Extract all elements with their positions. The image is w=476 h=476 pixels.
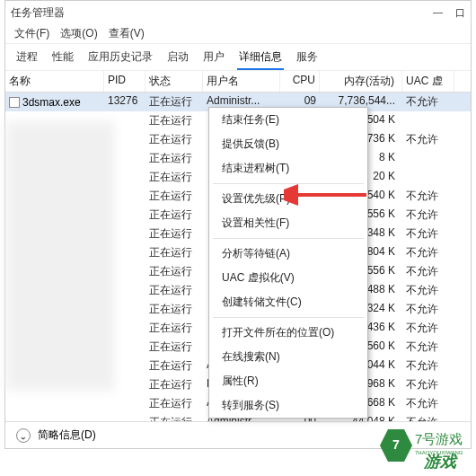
tab-details[interactable]: 详细信息: [237, 48, 284, 70]
ctx-search-online[interactable]: 在线搜索(N): [209, 345, 367, 369]
cell-status: 正在运行: [145, 206, 203, 225]
tabs: 进程 性能 应用历史记录 启动 用户 详细信息 服务: [5, 44, 471, 71]
cell-name: 3dsmax.exe: [5, 93, 104, 111]
cell-uac: 不允许: [402, 338, 454, 357]
titlebar: 任务管理器 — 口: [5, 1, 471, 24]
cell-mem: 728 K: [320, 451, 402, 452]
ctx-properties[interactable]: 属性(R): [209, 369, 367, 393]
cell-status: 正在运行: [145, 451, 203, 452]
col-memory[interactable]: 内存(活动): [320, 71, 402, 92]
cell-pid: [104, 451, 145, 452]
ctx-feedback[interactable]: 提供反馈(B): [209, 132, 367, 156]
svg-text:游戏: 游戏: [423, 453, 458, 469]
window-controls: — 口: [433, 6, 465, 20]
menu-options[interactable]: 选项(O): [60, 26, 97, 41]
ctx-create-dump[interactable]: 创建转储文件(C): [209, 290, 367, 314]
cell-uac: 不允许: [402, 130, 454, 149]
cell-name: [5, 394, 104, 413]
cell-status: 正在运行: [145, 300, 203, 319]
col-pid[interactable]: PID: [104, 71, 145, 92]
cell-status: 正在运行: [145, 394, 203, 413]
cell-status: 正在运行: [145, 168, 203, 187]
cell-uac: 不允许: [402, 319, 454, 338]
cell-pid: 13276: [104, 93, 145, 111]
cell-uac: 不允许: [402, 375, 454, 394]
task-manager-window: 任务管理器 — 口 文件(F) 选项(O) 查看(V) 进程 性能 应用历史记录…: [4, 0, 472, 449]
col-name[interactable]: 名称: [5, 71, 104, 92]
cell-uac: 不允许: [402, 225, 454, 243]
bottom-bar: ⌃ 简略信息(D): [5, 421, 471, 448]
process-icon: [9, 97, 20, 108]
tab-processes[interactable]: 进程: [14, 48, 40, 70]
cell-uac: 不允许: [402, 281, 454, 300]
cell-status: 正在运行: [145, 130, 203, 149]
table-row[interactable]: 正在运行Administr...728 K不允许: [5, 451, 471, 452]
cell-status: 正在运行: [145, 187, 203, 206]
menu-view[interactable]: 查看(V): [109, 26, 145, 41]
cell-uac: [402, 111, 454, 130]
maximize-button[interactable]: 口: [455, 6, 465, 20]
menubar: 文件(F) 选项(O) 查看(V): [5, 24, 471, 44]
ctx-analyze-wait[interactable]: 分析等待链(A): [209, 242, 367, 266]
cell-status: 正在运行: [145, 93, 203, 111]
cell-status: 正在运行: [145, 281, 203, 300]
ctx-end-task[interactable]: 结束任务(E): [209, 108, 367, 132]
cell-status: 正在运行: [145, 243, 203, 262]
ctx-goto-services[interactable]: 转到服务(S): [209, 393, 367, 418]
cell-status: 正在运行: [145, 375, 203, 394]
ctx-affinity[interactable]: 设置相关性(F): [209, 211, 367, 235]
cell-uac: 不允许: [402, 93, 454, 111]
tab-performance[interactable]: 性能: [50, 48, 75, 70]
cell-uac: [402, 149, 454, 168]
cell-uac: 不允许: [402, 262, 454, 281]
menu-file[interactable]: 文件(F): [14, 26, 49, 41]
cell-name: [5, 451, 104, 452]
ctx-priority[interactable]: 设置优先级(P): [209, 187, 367, 211]
cell-user: Administr...: [203, 451, 280, 452]
tab-services[interactable]: 服务: [295, 48, 320, 70]
tab-apphistory[interactable]: 应用历史记录: [86, 48, 154, 70]
grid-header: 名称 PID 状态 用户名 CPU 内存(活动) UAC 虚: [5, 71, 471, 93]
cell-status: 正在运行: [145, 111, 203, 130]
cell-uac: 不允许: [402, 206, 454, 225]
tab-users[interactable]: 用户: [201, 48, 226, 70]
cell-uac: 不允许: [402, 300, 454, 319]
cell-uac: [402, 168, 454, 187]
cell-pid: [104, 394, 145, 413]
cell-uac: 不允许: [402, 394, 454, 413]
cell-status: 正在运行: [145, 319, 203, 338]
ctx-open-location[interactable]: 打开文件所在的位置(O): [209, 321, 367, 345]
cell-uac: 不允许: [402, 243, 454, 262]
cell-cpu: [280, 451, 320, 452]
ctx-separator: [213, 317, 364, 318]
window-title: 任务管理器: [11, 5, 65, 21]
cell-status: 正在运行: [145, 357, 203, 375]
chevron-down-icon[interactable]: ⌃: [16, 428, 31, 443]
cell-uac: 不允许: [402, 187, 454, 206]
ctx-uac-virt[interactable]: UAC 虚拟化(V): [209, 266, 367, 290]
ctx-separator: [213, 238, 364, 239]
col-status[interactable]: 状态: [145, 71, 203, 92]
cell-status: 正在运行: [145, 338, 203, 357]
col-user[interactable]: 用户名: [203, 71, 280, 92]
blurred-name-column: [6, 121, 114, 391]
less-info-link[interactable]: 简略信息(D): [38, 428, 96, 443]
col-cpu[interactable]: CPU: [280, 71, 320, 92]
cell-status: 正在运行: [145, 225, 203, 243]
col-uac[interactable]: UAC 虚: [402, 71, 454, 92]
context-menu: 结束任务(E) 提供反馈(B) 结束进程树(T) 设置优先级(P) 设置相关性(…: [208, 107, 368, 419]
tab-startup[interactable]: 启动: [165, 48, 190, 70]
cell-status: 正在运行: [145, 149, 203, 168]
ctx-separator: [213, 183, 364, 184]
cell-uac: 不允许: [402, 451, 454, 452]
cell-uac: 不允许: [402, 357, 454, 375]
cell-status: 正在运行: [145, 262, 203, 281]
ctx-end-tree[interactable]: 结束进程树(T): [209, 156, 367, 181]
minimize-button[interactable]: —: [433, 6, 443, 20]
